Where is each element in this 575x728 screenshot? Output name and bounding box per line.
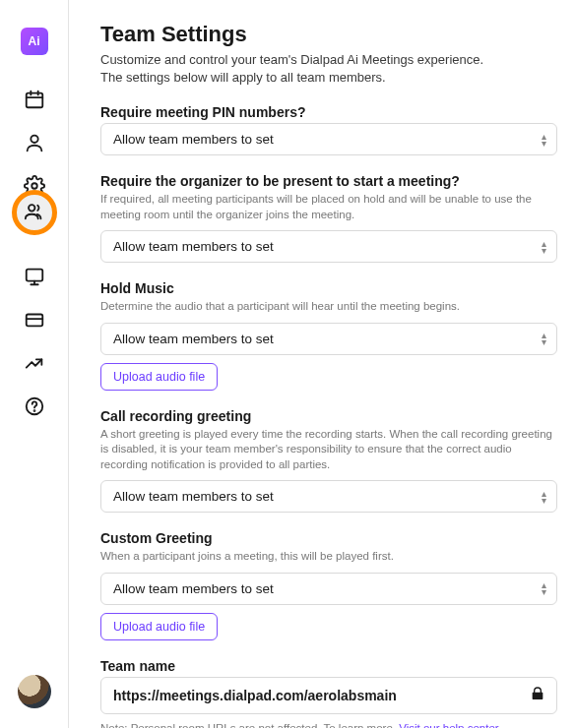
chevron-updown-icon: ▴▾ <box>542 490 546 504</box>
user-avatar[interactable] <box>18 675 51 708</box>
calendar-icon <box>24 89 45 113</box>
monitor-icon <box>24 266 45 290</box>
nav-help[interactable] <box>15 388 54 427</box>
svg-point-2 <box>32 183 37 189</box>
recording-greeting-help: A short greeting is played every time th… <box>100 427 557 473</box>
pin-title: Require meeting PIN numbers? <box>100 104 557 120</box>
nav-calendar[interactable] <box>15 81 54 120</box>
organizer-help: If required, all meeting participants wi… <box>100 192 557 222</box>
chevron-updown-icon: ▴▾ <box>542 332 546 345</box>
svg-rect-3 <box>26 269 42 280</box>
hold-music-select-value: Allow team members to set <box>113 332 274 346</box>
chevron-updown-icon: ▴▾ <box>542 581 546 595</box>
chevron-updown-icon: ▴▾ <box>542 240 546 254</box>
custom-greeting-upload-button[interactable]: Upload audio file <box>100 613 218 640</box>
section-hold-music: Hold Music Determine the audio that a pa… <box>100 280 557 391</box>
help-center-link[interactable]: Visit our help center. <box>399 722 501 728</box>
team-name-input[interactable] <box>100 677 557 714</box>
hold-music-select[interactable]: Allow team members to set ▴▾ <box>100 323 557 355</box>
person-icon <box>24 132 45 156</box>
credit-card-icon <box>24 309 45 334</box>
lock-icon <box>530 686 545 705</box>
organizer-title: Require the organizer to be present to s… <box>100 173 557 189</box>
organizer-select[interactable]: Allow team members to set ▴▾ <box>100 230 557 263</box>
page-title: Team Settings <box>100 22 557 47</box>
help-circle-icon <box>24 395 45 420</box>
custom-greeting-select-value: Allow team members to set <box>113 581 274 596</box>
nav-profile[interactable] <box>15 124 54 163</box>
section-recording-greeting: Call recording greeting A short greeting… <box>100 408 557 514</box>
page-subtitle: Customize and control your team's Dialpa… <box>100 51 557 87</box>
section-organizer: Require the organizer to be present to s… <box>100 173 557 263</box>
svg-rect-4 <box>26 314 42 326</box>
section-custom-greeting: Custom Greeting When a participant joins… <box>100 530 557 640</box>
nav-analytics[interactable] <box>15 344 54 384</box>
app-logo[interactable]: Ai <box>21 28 48 55</box>
people-icon <box>24 201 45 225</box>
trending-up-icon <box>24 352 45 377</box>
team-name-note: Note: Personal room URLs are not affecte… <box>100 722 557 728</box>
recording-greeting-title: Call recording greeting <box>100 408 557 424</box>
nav-display[interactable] <box>15 258 54 297</box>
pin-select[interactable]: Allow team members to set ▴▾ <box>100 123 557 155</box>
custom-greeting-select[interactable]: Allow team members to set ▴▾ <box>100 573 557 605</box>
hold-music-title: Hold Music <box>100 280 557 296</box>
nav-billing[interactable] <box>15 301 54 340</box>
section-pin: Require meeting PIN numbers? Allow team … <box>100 104 557 155</box>
chevron-updown-icon: ▴▾ <box>542 133 546 147</box>
hold-music-help: Determine the audio that a participant w… <box>100 299 557 315</box>
svg-point-7 <box>29 205 34 211</box>
pin-select-value: Allow team members to set <box>113 132 274 147</box>
hold-music-upload-button[interactable]: Upload audio file <box>100 363 218 391</box>
sidebar: Ai <box>0 0 69 728</box>
svg-point-1 <box>31 135 37 142</box>
recording-greeting-select[interactable]: Allow team members to set ▴▾ <box>100 480 557 513</box>
svg-point-6 <box>33 410 34 411</box>
nav-team-active[interactable] <box>12 190 57 235</box>
custom-greeting-title: Custom Greeting <box>100 530 557 546</box>
recording-greeting-select-value: Allow team members to set <box>113 489 274 504</box>
svg-rect-0 <box>26 92 42 107</box>
team-name-title: Team name <box>100 658 557 674</box>
custom-greeting-help: When a participant joins a meeting, this… <box>100 549 557 565</box>
section-team-name: Team name Note: Personal room URLs are n… <box>100 658 557 728</box>
organizer-select-value: Allow team members to set <box>113 239 274 254</box>
main-content: Team Settings Customize and control your… <box>69 0 575 728</box>
